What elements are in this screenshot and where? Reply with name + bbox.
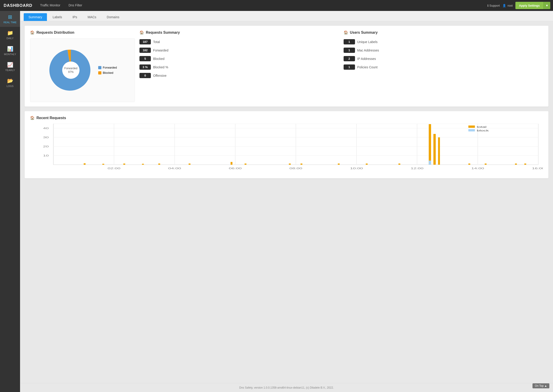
svg-rect-38 [301,164,302,165]
home-icon-recent: 🏠 [30,116,35,120]
svg-rect-46 [468,164,470,165]
badge-forwarded: 182 [139,48,151,53]
label-total: Total [153,40,160,44]
users-summary-section: 🏠 Users Summary 1 Unique Labels 1 [344,30,543,102]
header-nav: Traffic Monitor Dns Filter [36,0,86,11]
svg-rect-39 [338,164,340,165]
requests-row-offensive: 0 Offensive [139,72,339,79]
svg-text:02:00: 02:00 [107,167,120,170]
svg-rect-42 [429,124,431,165]
tab-ips[interactable]: IPs [68,13,82,21]
label-blocked: Blocked [153,57,164,61]
stats-panel: 🏠 Requests Distribution [30,30,543,102]
apply-settings-dropdown[interactable]: ▼ [543,2,550,9]
sidebar-label-logs: LOGS [7,85,14,87]
sidebar-item-daily[interactable]: 📁 DAILY [0,27,20,43]
tab-domains[interactable]: Domains [102,13,124,21]
requests-summary-rows: 187 Total 182 Forwarded 5 Blocked [139,38,339,79]
logs-icon: 📂 [7,78,13,84]
sidebar-label-yearly: YEARLY [5,69,15,71]
svg-rect-31 [123,164,125,165]
label-offensive: Offensive [153,74,167,77]
svg-rect-45 [429,161,431,165]
svg-text:10: 10 [43,154,49,157]
sidebar-item-monthly[interactable]: 📊 MONTHLY [0,43,20,59]
svg-text:16:00: 16:00 [532,167,543,170]
realtime-icon: ⊞ [8,14,12,20]
users-row-unique-labels: 1 Unique Labels [344,38,543,45]
recent-requests-panel: 🏠 Recent Requests [25,111,548,178]
forwarded-dot [98,66,101,69]
blocked-dot [98,71,101,75]
home-icon-users: 🏠 [344,30,348,35]
sidebar: ⊞ REAL TIME 📁 DAILY 📊 MONTHLY 📈 YEARLY 📂… [0,11,20,392]
label-unique-labels: Unique Labels [357,40,378,44]
requests-summary-header: 🏠 Requests Summary [139,30,339,35]
distribution-header: 🏠 Requests Distribution [30,30,135,35]
svg-rect-52 [468,129,475,131]
content: 🏠 Requests Distribution [20,21,553,383]
tab-summary[interactable]: Summary [24,13,47,21]
svg-text:30: 30 [43,136,49,139]
sidebar-label-monthly: MONTHLY [4,53,16,56]
svg-text:10:00: 10:00 [350,167,363,170]
logo: DASHBOARD [3,3,36,8]
svg-rect-40 [366,164,368,165]
sidebar-item-realtime[interactable]: ⊞ REAL TIME [0,11,20,27]
svg-rect-41 [398,164,400,165]
recent-requests-chart: 10 20 30 40 02:00 04:00 06:00 08:00 10:0… [30,124,543,174]
pie-container: Forwarded 97% [48,47,94,93]
svg-text:04:00: 04:00 [168,167,181,170]
svg-rect-50 [468,126,475,128]
top-panel: 🏠 Requests Distribution [25,26,548,107]
users-row-mac: 1 Mac Addresses [344,47,543,54]
daily-icon: 📁 [7,30,13,36]
pie-chart-area: Forwarded 97% Forwarded [30,38,135,102]
badge-blocked-pct: 3 % [139,64,151,70]
badge-unique-labels: 1 [344,39,355,44]
svg-rect-47 [485,164,486,165]
layout: ⊞ REAL TIME 📁 DAILY 📊 MONTHLY 📈 YEARLY 📂… [0,11,553,392]
apply-settings-group: Apply Settings ▼ [515,2,550,9]
svg-text:14:00: 14:00 [471,167,484,170]
sidebar-item-yearly[interactable]: 📈 YEARLY [0,59,20,75]
svg-rect-29 [84,163,85,165]
svg-rect-33 [158,164,160,165]
users-summary-rows: 1 Unique Labels 1 Mac Addresses 2 IP Add… [344,38,543,71]
svg-rect-44 [438,137,440,165]
badge-mac: 1 [344,48,355,53]
pie-chart-svg: Forwarded 97% [48,47,94,93]
apply-settings-button[interactable]: Apply Settings [515,2,543,9]
chart-legend: Forwarded Blocked [98,66,117,75]
user-icon: 👤 [503,4,506,7]
svg-point-0 [62,62,79,79]
badge-ip: 2 [344,56,355,61]
user-menu[interactable]: 👤 root [503,4,512,7]
users-row-policies: 1 Policies Count [344,63,543,71]
footer: Dns Safety, version 1.0.0.1358-amd64-lin… [20,383,553,392]
header-right: ℹ Support 👤 root Apply Settings ▼ [487,2,550,9]
svg-rect-32 [142,164,144,165]
recent-requests-header: 🏠 Recent Requests [30,116,543,120]
monthly-icon: 📊 [7,46,13,52]
svg-text:06:00: 06:00 [229,167,241,170]
nav-dns-filter[interactable]: Dns Filter [64,0,86,11]
badge-policies: 1 [344,64,355,70]
svg-rect-37 [289,164,291,165]
svg-text:12:00: 12:00 [411,167,423,170]
header: DASHBOARD Traffic Monitor Dns Filter ℹ S… [0,0,553,11]
users-row-ip: 2 IP Addresses [344,55,543,62]
support-link[interactable]: ℹ Support [487,4,500,7]
users-summary-header: 🏠 Users Summary [344,30,543,35]
requests-row-forwarded: 182 Forwarded [139,47,339,54]
on-top-button[interactable]: On Top ▲ [532,383,549,388]
sidebar-item-logs[interactable]: 📂 LOGS [0,75,20,91]
badge-total: 187 [139,39,151,44]
nav-traffic-monitor[interactable]: Traffic Monitor [36,0,64,11]
tab-macs[interactable]: MACs [83,13,101,21]
badge-blocked: 5 [139,56,151,61]
label-mac: Mac Addresses [357,49,379,52]
tab-labels[interactable]: Labels [48,13,67,21]
svg-text:total: total [477,126,486,128]
svg-rect-49 [524,164,526,165]
